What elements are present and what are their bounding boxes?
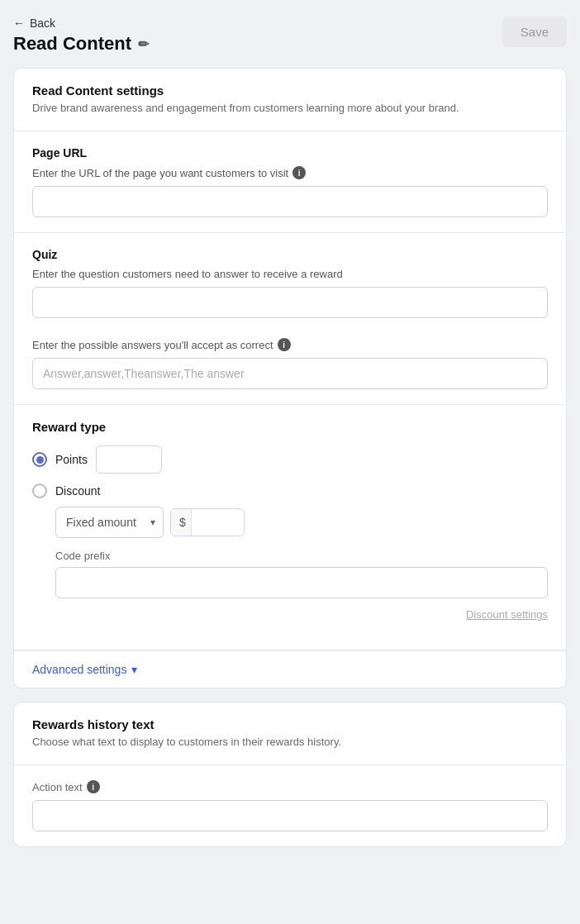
rewards-history-card: Rewards history text Choose what text to… <box>13 702 567 847</box>
settings-card: Read Content settings Drive brand awaren… <box>13 68 567 688</box>
points-label: Points <box>55 453 88 466</box>
reward-type-section: Reward type Points 25 Discount Fixed amo… <box>14 405 566 650</box>
advanced-settings-chevron-icon: ▾ <box>131 663 137 676</box>
discount-settings-link-wrap: Discount settings <box>32 607 548 625</box>
points-option[interactable]: Points 25 <box>32 445 548 474</box>
quiz-answers-sublabel: Enter the possible answers you'll accept… <box>32 338 548 351</box>
code-prefix-input[interactable]: READ <box>55 567 548 598</box>
card-header-section: Read Content settings Drive brand awaren… <box>14 69 566 131</box>
discount-type-select-wrap: Fixed amount Percentage Free shipping ▾ <box>55 507 164 538</box>
back-link[interactable]: ← Back <box>13 17 149 30</box>
page-title-row: Read Content ✏ <box>13 33 149 55</box>
advanced-settings-section: Advanced settings ▾ <box>14 650 566 688</box>
action-text-label-row: Action text i <box>32 780 548 793</box>
discount-option[interactable]: Discount Fixed amount Percentage Free sh… <box>32 483 548 625</box>
quiz-label: Quiz <box>32 248 548 261</box>
rewards-history-header: Rewards history text Choose what text to… <box>14 703 566 765</box>
settings-title: Read Content settings <box>32 83 548 98</box>
quiz-question-sublabel: Enter the question customers need to ans… <box>32 268 548 280</box>
left-header: ← Back Read Content ✏ <box>13 17 149 55</box>
discount-label: Discount <box>55 484 100 498</box>
save-button[interactable]: Save <box>502 17 567 47</box>
settings-desc: Drive brand awareness and engagement fro… <box>32 101 548 116</box>
action-text-info-icon[interactable]: i <box>87 780 100 793</box>
advanced-settings-button[interactable]: Advanced settings ▾ <box>14 651 155 688</box>
reward-type-title: Reward type <box>32 420 548 434</box>
discount-controls-row: Fixed amount Percentage Free shipping ▾ … <box>55 507 245 538</box>
page-url-section: Page URL Enter the URL of the page you w… <box>14 131 566 233</box>
rewards-history-title: Rewards history text <box>32 717 548 731</box>
back-arrow-icon: ← <box>13 17 25 30</box>
page-url-sublabel: Enter the URL of the page you want custo… <box>32 166 548 179</box>
action-text-input[interactable]: Read content <box>32 800 548 831</box>
code-prefix-label: Code prefix <box>55 550 548 562</box>
quiz-answers-input[interactable] <box>32 358 548 389</box>
quiz-section: Quiz Enter the question customers need t… <box>14 233 566 405</box>
amount-input-wrap: $ 10 <box>170 508 245 536</box>
edit-icon[interactable]: ✏ <box>138 36 149 52</box>
discount-radio[interactable] <box>32 483 47 498</box>
advanced-settings-label: Advanced settings <box>32 663 126 676</box>
amount-input[interactable]: 10 <box>192 509 244 536</box>
code-prefix-section: Code prefix READ <box>55 550 548 598</box>
points-radio[interactable] <box>32 452 47 467</box>
page-url-label: Page URL <box>32 146 548 160</box>
page-title: Read Content <box>13 33 131 55</box>
quiz-question-input[interactable] <box>32 287 548 318</box>
discount-settings-link[interactable]: Discount settings <box>466 608 548 621</box>
points-input[interactable]: 25 <box>96 445 162 474</box>
top-bar: ← Back Read Content ✏ Save <box>13 17 567 55</box>
rewards-history-desc: Choose what text to display to customers… <box>32 735 548 750</box>
discount-type-select[interactable]: Fixed amount Percentage Free shipping <box>55 507 164 538</box>
back-label: Back <box>30 17 55 30</box>
quiz-answers-info-icon[interactable]: i <box>278 338 291 351</box>
action-text-label: Action text <box>32 781 83 793</box>
page-url-info-icon[interactable]: i <box>292 166 306 179</box>
page-url-input[interactable] <box>32 186 548 217</box>
amount-prefix: $ <box>171 509 192 536</box>
action-text-section: Action text i Read content <box>14 765 566 846</box>
